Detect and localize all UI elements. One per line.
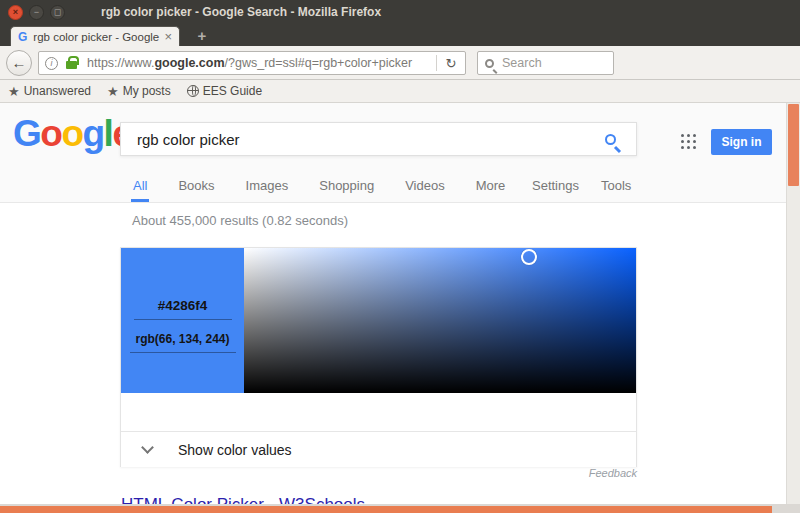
https-lock-icon[interactable] <box>66 61 77 69</box>
scrollbar-thumb[interactable] <box>788 104 799 186</box>
color-swatch: #4286f4 rgb(66, 134, 244) <box>121 248 244 393</box>
page-content: Google rgb color picker Sign in All Book… <box>0 103 800 504</box>
window-title: rgb color picker - Google Search - Mozil… <box>101 5 381 19</box>
result-link-clipped[interactable]: HTML Color Picker - W3Schools <box>121 495 365 504</box>
tab-strip: G rgb color picker - Google × + <box>0 24 800 46</box>
saturation-value-gradient[interactable] <box>244 248 636 393</box>
navigation-toolbar: ← i https://www.google.com/?gws_rd=ssl#q… <box>0 46 800 80</box>
url-text: https://www.google.com/?gws_rd=ssl#q=rgb… <box>87 56 436 70</box>
page-info-icon[interactable]: i <box>45 57 58 70</box>
bookmark-label: EES Guide <box>203 84 262 98</box>
browser-window: × − ◻ rgb color picker - Google Search -… <box>0 0 800 513</box>
result-stats: About 455,000 results (0.82 seconds) <box>132 213 348 228</box>
url-prefix: https://www. <box>87 56 154 70</box>
tab-all[interactable]: All <box>131 172 149 202</box>
logo-letter: o <box>61 113 82 154</box>
url-path: /?gws_rd=ssl#q=rgb+color+picker <box>225 56 413 70</box>
search-placeholder: Search <box>502 56 542 70</box>
tab-settings[interactable]: Settings <box>532 172 579 202</box>
bookmark-ees-guide[interactable]: EES Guide <box>187 84 262 98</box>
url-domain: google.com <box>154 56 224 70</box>
logo-letter: g <box>83 113 104 154</box>
show-color-values-label: Show color values <box>178 442 292 458</box>
close-window-button[interactable]: × <box>8 5 23 20</box>
color-picker-card: #4286f4 rgb(66, 134, 244) Show color val… <box>120 247 637 467</box>
google-header: Google rgb color picker Sign in All Book… <box>0 103 786 203</box>
bookmark-my-posts[interactable]: ★ My posts <box>107 84 171 99</box>
gradient-marker[interactable] <box>521 249 537 265</box>
tab-videos[interactable]: Videos <box>403 172 447 202</box>
tab-tools[interactable]: Tools <box>601 172 631 202</box>
feedback-link[interactable]: Feedback <box>120 467 637 479</box>
search-icon[interactable] <box>485 59 494 68</box>
window-border-corner <box>772 506 800 513</box>
google-logo[interactable]: Google <box>13 113 131 155</box>
minimize-window-button[interactable]: − <box>29 5 44 20</box>
tab-books[interactable]: Books <box>176 172 216 202</box>
browser-tab[interactable]: G rgb color picker - Google × <box>10 26 180 46</box>
sign-in-button[interactable]: Sign in <box>711 129 772 155</box>
result-menu-tabs: Settings Tools <box>532 172 631 202</box>
url-bar[interactable]: i https://www.google.com/?gws_rd=ssl#q=r… <box>38 51 466 75</box>
tab-close-icon[interactable]: × <box>164 31 172 43</box>
titlebar: × − ◻ rgb color picker - Google Search -… <box>0 0 800 24</box>
rgb-value: rgb(66, 134, 244) <box>130 332 236 353</box>
star-icon: ★ <box>107 84 119 99</box>
logo-letter: o <box>40 113 61 154</box>
hue-slider-row <box>121 393 636 431</box>
bookmark-unanswered[interactable]: ★ Unanswered <box>8 84 91 99</box>
search-query-text: rgb color picker <box>137 131 605 148</box>
browser-search-field[interactable]: Search <box>477 51 614 75</box>
maximize-window-button[interactable]: ◻ <box>50 5 65 20</box>
hex-value: #4286f4 <box>134 298 232 320</box>
logo-letter: G <box>13 113 40 154</box>
reload-button[interactable]: ↻ <box>437 56 465 71</box>
bookmarks-toolbar: ★ Unanswered ★ My posts EES Guide <box>0 80 800 103</box>
star-icon: ★ <box>8 84 20 99</box>
bookmark-label: My posts <box>123 84 171 98</box>
tab-shopping[interactable]: Shopping <box>317 172 376 202</box>
tab-images[interactable]: Images <box>244 172 291 202</box>
google-search-icon[interactable] <box>605 134 616 145</box>
globe-icon <box>187 85 199 97</box>
tab-title: rgb color picker - Google <box>33 31 160 43</box>
tab-more[interactable]: More <box>474 172 508 202</box>
result-tabs: All Books Images Shopping Videos More <box>131 172 507 202</box>
google-favicon-icon: G <box>18 30 27 44</box>
google-apps-icon[interactable] <box>681 134 698 151</box>
window-controls: × − ◻ <box>8 5 65 20</box>
google-search-input[interactable]: rgb color picker <box>120 122 637 156</box>
back-button[interactable]: ← <box>6 50 32 76</box>
show-color-values-row[interactable]: Show color values <box>121 432 636 467</box>
bookmark-label: Unanswered <box>24 84 91 98</box>
window-border-bar <box>0 506 772 513</box>
new-tab-button[interactable]: + <box>190 27 214 45</box>
chevron-down-icon[interactable] <box>141 441 154 454</box>
